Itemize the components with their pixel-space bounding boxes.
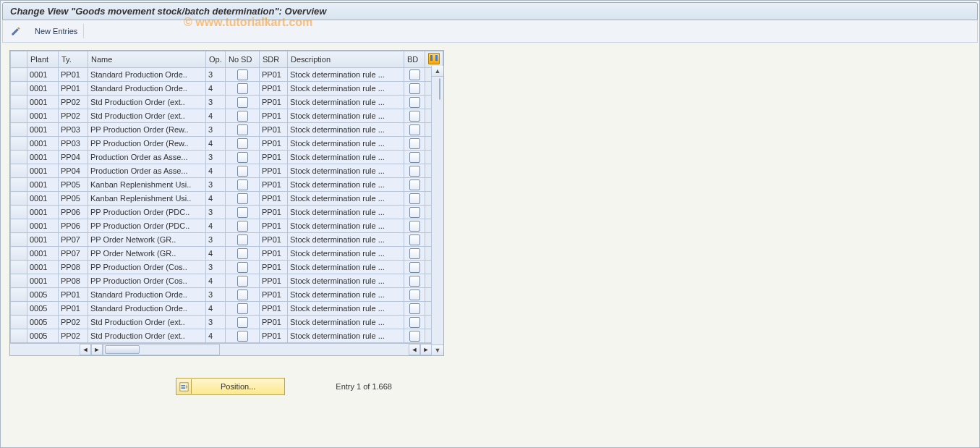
row-selector[interactable] [11,274,27,288]
vscroll-thumb[interactable] [439,78,440,100]
cell-name[interactable]: Standard Production Orde.. [88,302,206,316]
hscroll-right-icon-2[interactable]: ► [420,344,432,355]
cell-name[interactable]: PP Production Order (Rew.. [88,137,206,151]
cell-ty[interactable]: PP01 [59,288,88,302]
table-row[interactable]: 0001PP05Kanban Replenishment Usi..4PP01S… [11,192,443,206]
cell-bd[interactable] [404,96,425,109]
row-selector[interactable] [11,96,27,109]
cell-plant[interactable]: 0001 [27,178,59,192]
table-row[interactable]: 0001PP03PP Production Order (Rew..4PP01S… [11,137,443,151]
cell-nosd[interactable] [226,247,260,261]
nosd-checkbox[interactable] [237,207,248,218]
row-selector[interactable] [11,206,27,219]
cell-name[interactable]: Std Production Order (ext.. [88,109,206,123]
cell-plant[interactable]: 0005 [27,329,59,343]
cell-desc[interactable]: Stock determination rule ... [288,316,404,329]
cell-plant[interactable]: 0001 [27,96,59,109]
cell-ty[interactable]: PP01 [59,68,88,82]
cell-op[interactable]: 3 [206,96,226,109]
cell-sdr[interactable]: PP01 [260,316,288,329]
cell-bd[interactable] [404,109,425,123]
cell-sdr[interactable]: PP01 [260,206,288,219]
cell-sdr[interactable]: PP01 [260,82,288,96]
cell-name[interactable]: Production Order as Asse... [88,151,206,164]
col-header-plant[interactable]: Plant [27,51,59,68]
table-row[interactable]: 0001PP06PP Production Order (PDC..4PP01S… [11,219,443,233]
cell-sdr[interactable]: PP01 [260,123,288,137]
cell-desc[interactable]: Stock determination rule ... [288,261,404,274]
cell-op[interactable]: 3 [206,233,226,247]
cell-ty[interactable]: PP07 [59,233,88,247]
cell-bd[interactable] [404,316,425,329]
cell-name[interactable]: PP Order Network (GR.. [88,233,206,247]
cell-plant[interactable]: 0001 [27,206,59,219]
cell-name[interactable]: Std Production Order (ext.. [88,96,206,109]
cell-op[interactable]: 3 [206,261,226,274]
cell-sdr[interactable]: PP01 [260,192,288,206]
cell-bd[interactable] [404,302,425,316]
cell-plant[interactable]: 0001 [27,68,59,82]
nosd-checkbox[interactable] [237,262,248,273]
cell-ty[interactable]: PP06 [59,206,88,219]
cell-nosd[interactable] [226,219,260,233]
cell-ty[interactable]: PP04 [59,164,88,178]
hscroll-left-icon-2[interactable]: ◄ [409,344,420,355]
nosd-checkbox[interactable] [237,152,248,163]
cell-desc[interactable]: Stock determination rule ... [288,164,404,178]
cell-bd[interactable] [404,274,425,288]
cell-desc[interactable]: Stock determination rule ... [288,219,404,233]
cell-ty[interactable]: PP07 [59,247,88,261]
col-header-bd[interactable]: BD [404,51,425,68]
bd-checkbox[interactable] [409,248,420,259]
nosd-checkbox[interactable] [237,179,248,190]
cell-plant[interactable]: 0001 [27,151,59,164]
bd-checkbox[interactable] [409,234,420,245]
cell-name[interactable]: PP Production Order (PDC.. [88,206,206,219]
cell-name[interactable]: Std Production Order (ext.. [88,316,206,329]
cell-sdr[interactable]: PP01 [260,164,288,178]
col-header-nosd[interactable]: No SD [226,51,260,68]
cell-plant[interactable]: 0001 [27,164,59,178]
cell-ty[interactable]: PP08 [59,274,88,288]
cell-bd[interactable] [404,261,425,274]
cell-plant[interactable]: 0001 [27,233,59,247]
cell-nosd[interactable] [226,123,260,137]
nosd-checkbox[interactable] [237,97,248,108]
nosd-checkbox[interactable] [237,83,248,94]
cell-name[interactable]: Std Production Order (ext.. [88,329,206,343]
table-row[interactable]: 0001PP03PP Production Order (Rew..3PP01S… [11,123,443,137]
cell-op[interactable]: 3 [206,206,226,219]
cell-op[interactable]: 3 [206,288,226,302]
cell-desc[interactable]: Stock determination rule ... [288,178,404,192]
cell-sdr[interactable]: PP01 [260,219,288,233]
cell-bd[interactable] [404,123,425,137]
cell-desc[interactable]: Stock determination rule ... [288,233,404,247]
cell-bd[interactable] [404,329,425,343]
cell-op[interactable]: 4 [206,82,226,96]
table-row[interactable]: 0001PP01Standard Production Orde..4PP01S… [11,82,443,96]
cell-op[interactable]: 4 [206,329,226,343]
cell-nosd[interactable] [226,137,260,151]
cell-desc[interactable]: Stock determination rule ... [288,137,404,151]
cell-bd[interactable] [404,192,425,206]
bd-checkbox[interactable] [409,289,420,300]
hscroll-left-icon[interactable]: ◄ [80,344,91,355]
cell-sdr[interactable]: PP01 [260,151,288,164]
cell-op[interactable]: 3 [206,68,226,82]
cell-op[interactable]: 4 [206,247,226,261]
toggle-display-change-icon[interactable] [9,24,23,38]
cell-op[interactable]: 4 [206,164,226,178]
cell-op[interactable]: 4 [206,192,226,206]
cell-desc[interactable]: Stock determination rule ... [288,82,404,96]
new-entries-button[interactable]: New Entries [35,27,77,35]
cell-op[interactable]: 3 [206,123,226,137]
vscroll-up-icon[interactable]: ▲ [432,66,443,77]
nosd-checkbox[interactable] [237,248,248,259]
cell-nosd[interactable] [226,82,260,96]
cell-sdr[interactable]: PP01 [260,329,288,343]
cell-op[interactable]: 4 [206,274,226,288]
cell-name[interactable]: Kanban Replenishment Usi.. [88,192,206,206]
cell-plant[interactable]: 0005 [27,302,59,316]
cell-bd[interactable] [404,164,425,178]
bd-checkbox[interactable] [409,317,420,328]
